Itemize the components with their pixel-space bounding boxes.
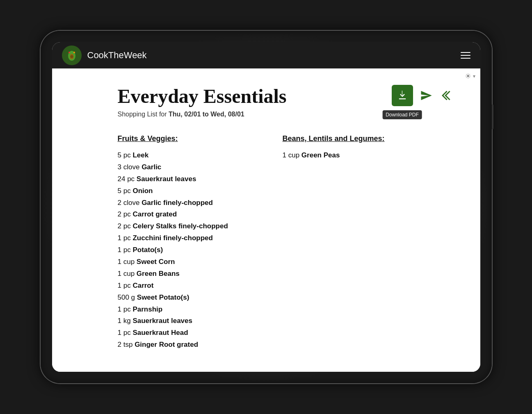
list-item: 1 pc Zucchini finely-chopped	[118, 232, 250, 244]
list-item: 24 pc Sauerkraut leaves	[118, 173, 250, 185]
list-item: 1 cup Green Beans	[118, 268, 250, 280]
svg-point-4	[68, 52, 70, 53]
list-item: 3 clove Garlic	[118, 162, 250, 173]
toolbar: Download PDF	[392, 85, 456, 106]
date-range: Thu, 02/01 to Wed, 08/01	[169, 111, 244, 118]
list-item: 5 pc Leek	[118, 150, 250, 162]
beans-lentils-title: Beans, Lentils and Legumes:	[283, 134, 415, 143]
nav-title: CookTheWeek	[87, 50, 461, 61]
main-content: ☀ ▾ Download PDF	[52, 68, 480, 372]
tablet-screen: CookTheWeek ☀ ▾	[52, 42, 480, 372]
content-area: Download PDF Everyday	[52, 68, 480, 372]
subtitle-prefix: Shopping List for	[118, 111, 169, 118]
list-item-sweet-corn: 1 cup Sweet Corn	[118, 256, 250, 268]
svg-point-3	[70, 55, 73, 58]
share-icon	[420, 89, 432, 102]
list-item: 1 pc Potato(s)	[118, 244, 250, 256]
download-pdf-button[interactable]: Download PDF	[392, 85, 413, 106]
tablet-side-button	[492, 105, 493, 129]
page-subtitle: Shopping List for Thu, 02/01 to Wed, 08/…	[118, 111, 415, 118]
page-title: Everyday Essentials	[118, 85, 415, 107]
svg-point-5	[73, 52, 75, 53]
collapse-button[interactable]	[439, 87, 456, 104]
chevron-left-icon	[442, 90, 453, 101]
hamburger-menu-button[interactable]	[461, 52, 470, 59]
list-item: 1 pc Carrot	[118, 280, 250, 292]
list-item: 1 pc Sauerkraut Head	[118, 327, 250, 339]
list-item: 1 cup Green Peas	[283, 150, 415, 162]
list-item: 1 kg Sauerkraut leaves	[118, 315, 250, 327]
fruits-veggies-column: Fruits & Veggies: 5 pc Leek 3 clove Garl…	[118, 134, 250, 351]
download-tooltip: Download PDF	[382, 110, 422, 119]
list-item: 2 clove Garlic finely-chopped	[118, 197, 250, 209]
list-item: 500 g Sweet Potato(s)	[118, 292, 250, 304]
list-item: 5 pc Onion	[118, 185, 250, 197]
nav-logo	[62, 45, 82, 65]
nav-bar: CookTheWeek	[52, 42, 480, 68]
beans-lentils-list: 1 cup Green Peas	[283, 150, 415, 162]
beans-lentils-column: Beans, Lentils and Legumes: 1 cup Green …	[283, 134, 415, 162]
share-button[interactable]	[418, 87, 434, 104]
fruits-veggies-list: 5 pc Leek 3 clove Garlic 24 pc Sauerkrau…	[118, 150, 250, 351]
list-item: 1 pc Parnship	[118, 304, 250, 316]
list-item: 2 pc Celery Stalks finely-chopped	[118, 221, 250, 232]
tablet-frame: CookTheWeek ☀ ▾	[41, 31, 492, 383]
download-icon	[397, 90, 408, 101]
shopping-columns: Fruits & Veggies: 5 pc Leek 3 clove Garl…	[118, 134, 415, 351]
fruits-veggies-title: Fruits & Veggies:	[118, 134, 250, 143]
list-item: 2 pc Carrot grated	[118, 209, 250, 221]
list-item: 2 tsp Ginger Root grated	[118, 339, 250, 351]
